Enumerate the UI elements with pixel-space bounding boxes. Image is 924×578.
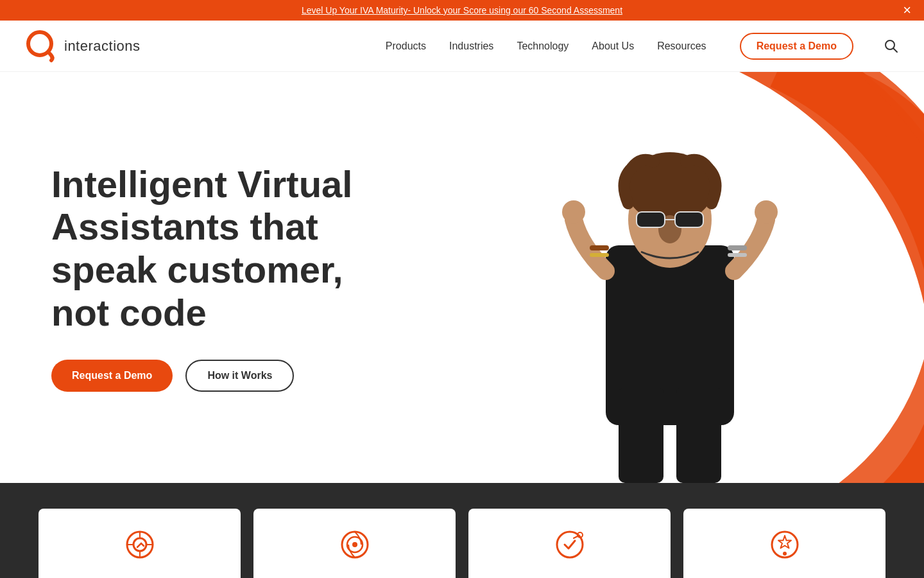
search-icon — [884, 39, 898, 53]
svg-rect-8 — [675, 212, 703, 227]
header: interactions Products Industries Technol… — [0, 21, 924, 72]
hero-image-area — [416, 72, 924, 483]
banner-close-button[interactable]: × — [903, 3, 911, 17]
svg-rect-17 — [676, 387, 721, 483]
hero-request-demo-button[interactable]: Request a Demo — [51, 360, 173, 392]
svg-rect-12 — [590, 245, 609, 250]
svg-line-2 — [894, 48, 898, 52]
nav-item-products[interactable]: Products — [386, 40, 426, 52]
nav-item-technology[interactable]: Technology — [517, 40, 569, 52]
svg-rect-7 — [637, 212, 665, 227]
logo-icon — [26, 30, 59, 63]
svg-point-0 — [28, 32, 51, 55]
nav-item-about-us[interactable]: About Us — [592, 40, 634, 52]
card-icon-3 — [554, 529, 585, 566]
banner-link[interactable]: Level Up Your IVA Maturity- Unlock your … — [302, 5, 622, 15]
nav-item-industries[interactable]: Industries — [449, 40, 493, 52]
nav-item-resources[interactable]: Resources — [657, 40, 706, 52]
main-nav: Products Industries Technology About Us … — [386, 33, 898, 60]
header-request-demo-button[interactable]: Request a Demo — [740, 33, 853, 60]
feature-card-2 — [253, 509, 456, 578]
card-icon-2 — [339, 529, 370, 566]
svg-rect-13 — [590, 253, 609, 257]
svg-rect-14 — [728, 245, 747, 250]
hero-person-image — [535, 117, 805, 483]
feature-card-4 — [683, 509, 886, 578]
feature-card-1 — [38, 509, 241, 578]
svg-rect-15 — [728, 253, 747, 257]
card-icon-1 — [124, 529, 155, 566]
hero-buttons: Request a Demo How it Works — [51, 360, 398, 392]
hero-how-it-works-button[interactable]: How it Works — [185, 360, 294, 392]
svg-point-10 — [562, 200, 585, 223]
svg-point-11 — [755, 200, 778, 223]
top-banner: Level Up Your IVA Maturity- Unlock your … — [0, 0, 924, 21]
svg-rect-16 — [619, 387, 663, 483]
feature-card-3 — [468, 509, 671, 578]
card-icon-4 — [769, 529, 800, 566]
logo-text: interactions — [64, 38, 141, 55]
search-button[interactable] — [884, 39, 898, 53]
hero-section: Intelligent Virtual Assistants that spea… — [0, 72, 924, 483]
hero-title: Intelligent Virtual Assistants that spea… — [51, 163, 398, 335]
svg-point-22 — [352, 542, 357, 547]
logo[interactable]: interactions — [26, 30, 141, 63]
hero-content: Intelligent Virtual Assistants that spea… — [0, 112, 449, 444]
svg-point-26 — [783, 552, 787, 556]
bottom-section — [0, 483, 924, 578]
